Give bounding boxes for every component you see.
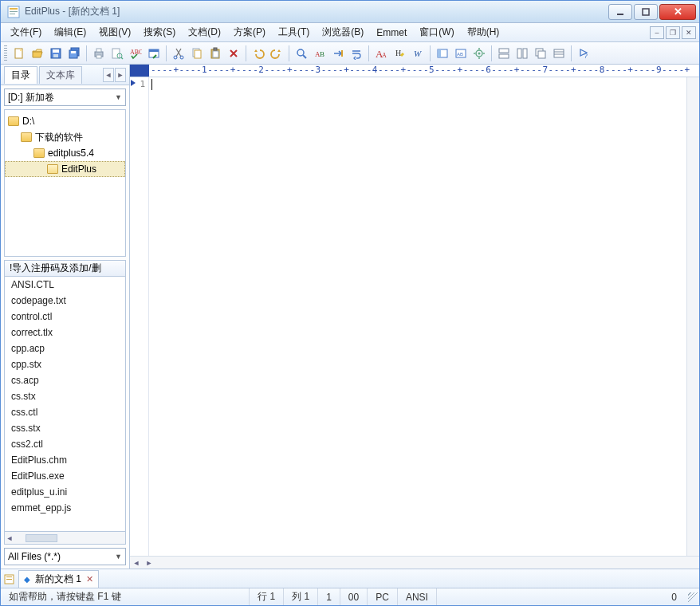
file-row[interactable]: emmet_epp.js [5, 500, 125, 516]
hex-view-icon[interactable]: AB [452, 45, 470, 62]
modified-dot-icon: ◆ [24, 575, 30, 584]
open-file-icon[interactable] [29, 45, 46, 62]
status-bar: 如需帮助，请按键盘 F1 键 行 1 列 1 1 00 PC ANSI 0 [1, 588, 699, 605]
file-row[interactable]: correct.tlx [5, 325, 125, 340]
file-row[interactable]: control.ctl [5, 309, 125, 325]
window-list-icon[interactable] [550, 45, 568, 62]
goto-line-icon[interactable] [329, 45, 347, 62]
find-icon[interactable] [293, 45, 310, 62]
file-row[interactable]: EditPlus.chm [5, 452, 125, 468]
file-row[interactable]: cs.stx [5, 388, 125, 404]
menu-emmet[interactable]: Emmet [370, 26, 413, 40]
file-row[interactable]: codepage.txt [5, 293, 125, 309]
scroll-left-icon[interactable]: ◄ [130, 557, 143, 569]
paste-icon[interactable] [206, 45, 224, 62]
filelist-hscrollbar[interactable]: ◄ [4, 532, 126, 545]
svg-rect-59 [6, 576, 12, 577]
sidebar-tab-cliptext[interactable]: 文本库 [39, 66, 82, 84]
doc-list-icon[interactable] [4, 573, 15, 584]
svg-rect-4 [617, 14, 623, 15]
web-preview-icon[interactable] [145, 45, 163, 62]
status-line: 行 1 [250, 588, 284, 605]
text-editor[interactable] [149, 77, 686, 556]
file-row[interactable]: ANSI.CTL [5, 277, 125, 293]
mdi-minimize-button[interactable]: – [650, 26, 664, 39]
menu-browser[interactable]: 浏览器(B) [316, 24, 370, 41]
file-row[interactable]: cpp.acp [5, 340, 125, 356]
svg-line-30 [303, 55, 306, 58]
maximize-button[interactable] [634, 4, 658, 20]
menu-file[interactable]: 文件(F) [4, 24, 48, 41]
toolbar-grip[interactable] [4, 45, 7, 61]
file-list[interactable]: ANSI.CTLcodepage.txtcontrol.ctlcorrect.t… [4, 276, 126, 532]
menu-bar: 文件(F) 编辑(E) 视图(V) 搜索(S) 文档(D) 方案(P) 工具(T… [1, 23, 699, 42]
tree-item[interactable]: D:\ [5, 113, 125, 129]
svg-rect-21 [149, 49, 159, 52]
menu-help[interactable]: 帮助(H) [461, 24, 506, 41]
file-row[interactable]: editplus_u.ini [5, 484, 125, 500]
tree-item[interactable]: EditPlus [5, 161, 125, 177]
scroll-right-icon[interactable]: ► [143, 557, 155, 569]
menu-search[interactable]: 搜索(S) [137, 24, 182, 41]
help-icon[interactable]: ? [575, 45, 592, 62]
word-wrap-icon[interactable] [348, 45, 365, 62]
cut-icon[interactable] [170, 45, 187, 62]
resize-grip-icon[interactable] [685, 591, 699, 604]
bold-icon[interactable]: W [409, 45, 427, 62]
menu-document[interactable]: 文档(D) [182, 24, 227, 41]
mdi-close-button[interactable]: ✕ [682, 26, 696, 39]
editor-vscrollbar[interactable] [686, 77, 699, 556]
status-help: 如需帮助，请按键盘 F1 键 [1, 588, 250, 605]
file-row[interactable]: css2.ctl [5, 436, 125, 452]
menu-view[interactable]: 视图(V) [92, 24, 137, 41]
settings-icon[interactable] [470, 45, 488, 62]
document-tab[interactable]: ◆ 新的文档 1 ✕ [18, 570, 99, 588]
mdi-restore-button[interactable]: ❐ [666, 26, 680, 39]
sidebar-nav-prev[interactable]: ◄ [103, 68, 114, 82]
close-button[interactable]: ✕ [659, 4, 696, 20]
highlight-icon[interactable]: H [391, 45, 408, 62]
tile-horizontal-icon[interactable] [495, 45, 513, 62]
save-icon[interactable] [47, 45, 65, 62]
sidebar-tabs: 目录 文本库 ◄ ► [1, 65, 129, 85]
sidebar-tab-directory[interactable]: 目录 [4, 66, 37, 84]
print-preview-icon[interactable] [108, 45, 126, 62]
redo-icon[interactable] [268, 45, 285, 62]
find-replace-icon[interactable]: AB [311, 45, 328, 62]
folder-tree[interactable]: D:\下载的软件editplus5.4EditPlus [4, 109, 126, 257]
ruler-origin [130, 65, 149, 77]
copy-icon[interactable] [188, 45, 206, 62]
menu-tools[interactable]: 工具(T) [272, 24, 316, 41]
new-file-icon[interactable] [10, 45, 28, 62]
drive-select[interactable]: [D:] 新加卷 ▼ [4, 89, 126, 106]
file-filter-select[interactable]: All Files (*.*) ▼ [4, 548, 126, 565]
svg-rect-51 [523, 49, 527, 58]
undo-icon[interactable] [250, 45, 267, 62]
menu-project[interactable]: 方案(P) [227, 24, 272, 41]
svg-rect-2 [10, 11, 18, 12]
file-row[interactable]: css.ctl [5, 404, 125, 420]
save-all-icon[interactable] [65, 45, 83, 62]
tree-item[interactable]: editplus5.4 [5, 145, 125, 161]
spell-check-icon[interactable]: ABC [127, 45, 144, 62]
file-row[interactable]: cpp.stx [5, 356, 125, 372]
sidebar-nav-next[interactable]: ► [115, 68, 126, 82]
cascade-icon[interactable] [532, 45, 549, 62]
editor-hscrollbar[interactable]: ◄ ► [130, 556, 699, 569]
file-row[interactable]: EditPlus.exe [5, 468, 125, 484]
font-size-icon[interactable]: AA [372, 45, 390, 62]
print-icon[interactable] [90, 45, 108, 62]
svg-rect-48 [499, 49, 509, 53]
chevron-down-icon: ▼ [115, 553, 122, 561]
file-row[interactable]: cs.acp [5, 372, 125, 388]
delete-icon[interactable] [225, 45, 242, 62]
tab-close-icon[interactable]: ✕ [86, 574, 93, 584]
tree-item[interactable]: 下载的软件 [5, 129, 125, 145]
menu-window[interactable]: 窗口(W) [413, 24, 460, 41]
file-row[interactable]: css.stx [5, 420, 125, 436]
filelist-header[interactable]: !导入注册码及添加/删 [4, 260, 126, 276]
toggle-sidepanel-icon[interactable] [434, 45, 451, 62]
tile-vertical-icon[interactable] [513, 45, 531, 62]
minimize-button[interactable] [608, 4, 632, 20]
menu-edit[interactable]: 编辑(E) [48, 24, 92, 41]
